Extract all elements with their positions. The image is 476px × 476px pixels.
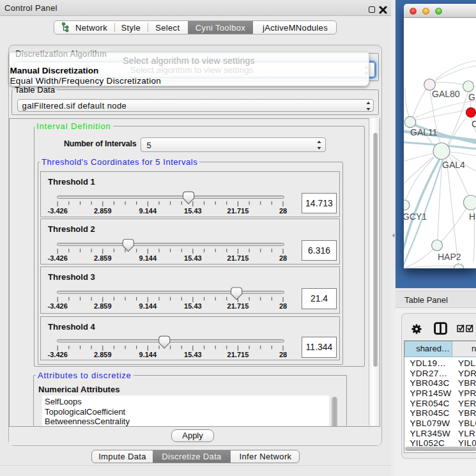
svg-text:HAP2: HAP2 — [438, 252, 461, 262]
svg-text:H: H — [469, 211, 475, 222]
svg-text:GCY1: GCY1 — [404, 211, 427, 222]
svg-text:C: C — [472, 119, 476, 129]
svg-text:GAL11: GAL11 — [410, 127, 438, 137]
svg-text:GAL4: GAL4 — [442, 160, 465, 170]
svg-text:G.: G. — [468, 92, 476, 102]
svg-text:GAL80: GAL80 — [432, 89, 460, 99]
